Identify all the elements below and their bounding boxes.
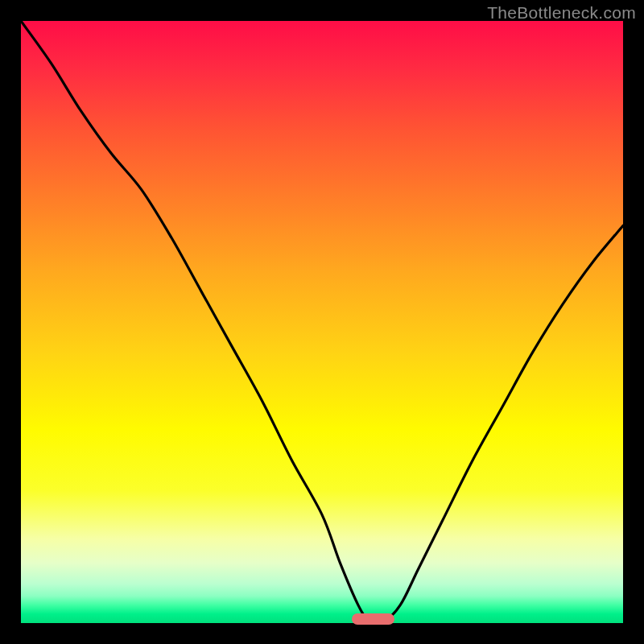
minimum-marker [352,613,394,625]
bottleneck-curve [21,21,623,623]
watermark-text: TheBottleneck.com [487,3,636,23]
chart-container: TheBottleneck.com [0,0,644,644]
plot-area [21,21,623,623]
